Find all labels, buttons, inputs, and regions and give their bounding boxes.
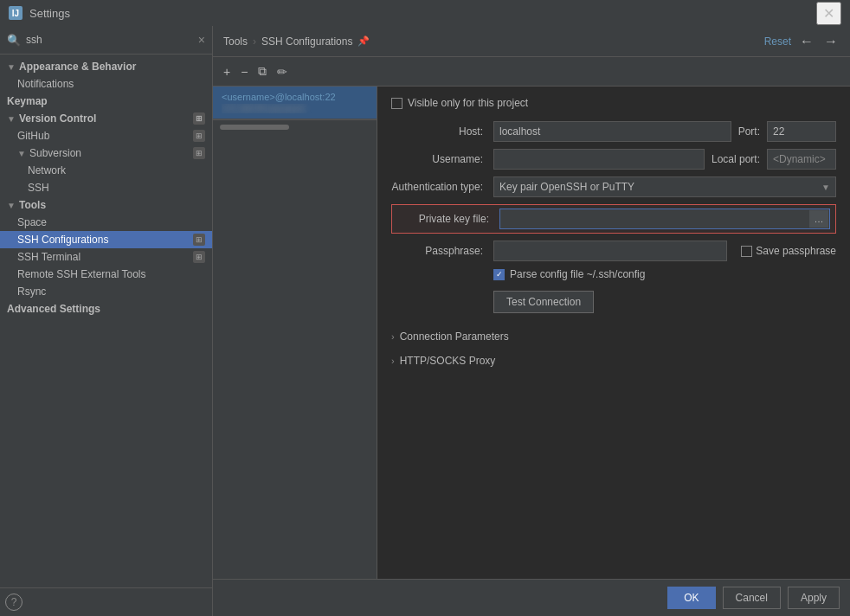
local-port-value: <Dynamic> xyxy=(767,149,836,170)
browse-button[interactable]: … xyxy=(809,210,828,228)
close-button[interactable]: ✕ xyxy=(816,2,841,25)
sidebar-item-ssh-configurations[interactable]: SSH Configurations ⊞ xyxy=(0,231,212,248)
breadcrumb-current: SSH Configurations xyxy=(261,35,352,48)
right-panel: Tools › SSH Configurations 📌 Reset ← → +… xyxy=(213,26,850,616)
sidebar-item-advanced-settings[interactable]: Advanced Settings xyxy=(0,300,212,318)
port-input[interactable] xyxy=(767,121,836,142)
sidebar-item-subversion[interactable]: ▼ Subversion ⊞ xyxy=(0,144,212,162)
search-clear-icon[interactable]: × xyxy=(198,33,205,47)
auth-type-select[interactable]: Key pair OpenSSH or PuTTY ▼ xyxy=(493,176,836,197)
sidebar-item-label: Keymap xyxy=(7,95,205,107)
parse-config-label: Parse config file ~/.ssh/config xyxy=(510,268,645,280)
auth-type-label: Authentication type: xyxy=(391,181,486,193)
title-bar: IJ Settings ✕ xyxy=(0,0,850,26)
copy-button[interactable]: ⧉ xyxy=(254,62,270,80)
sidebar-item-label: Space xyxy=(17,216,205,228)
sidebar-item-keymap[interactable]: Keymap xyxy=(0,93,212,110)
sidebar-item-notifications[interactable]: Notifications xyxy=(0,75,212,93)
sidebar-item-rsync[interactable]: Rsync xyxy=(0,283,212,300)
sidebar-item-label: Network xyxy=(28,164,205,176)
http-proxy-label: HTTP/SOCKS Proxy xyxy=(400,355,496,367)
sidebar-item-ssh-terminal[interactable]: SSH Terminal ⊞ xyxy=(0,248,212,266)
main-content: 🔍 × ▼ Appearance & Behavior Notification… xyxy=(0,26,850,616)
sidebar-item-label: Notifications xyxy=(17,78,205,90)
visible-project-row: Visible only for this project xyxy=(391,97,836,109)
username-input[interactable] xyxy=(493,149,705,170)
title-bar-left: IJ Settings xyxy=(9,6,70,20)
collapse-icon: ▼ xyxy=(17,149,26,158)
private-key-input-wrap: … xyxy=(499,209,830,229)
save-passphrase-checkbox[interactable] xyxy=(741,246,752,257)
sidebar-item-label: Tools xyxy=(19,199,205,211)
toolbar: + − ⧉ ✏ xyxy=(213,57,850,87)
ssh-list: <username>@localhost:22 172.168.99 passw… xyxy=(213,87,377,579)
host-label: Host: xyxy=(391,125,486,138)
auth-type-row: Authentication type: Key pair OpenSSH or… xyxy=(391,176,836,197)
remove-button[interactable]: − xyxy=(237,63,251,80)
header-actions: Reset ← → xyxy=(764,32,840,51)
ssh-list-item[interactable]: <username>@localhost:22 172.168.99 passw… xyxy=(213,87,377,119)
tree-badge: ⊞ xyxy=(193,234,205,246)
sidebar-item-label: Subversion xyxy=(29,147,190,159)
private-key-input[interactable] xyxy=(499,209,830,229)
ssh-entry-name: <username>@localhost:22 xyxy=(222,92,368,102)
sidebar-item-label: SSH xyxy=(28,182,205,194)
host-input[interactable] xyxy=(493,121,731,142)
breadcrumb: Tools › SSH Configurations 📌 xyxy=(223,35,370,48)
passphrase-input[interactable] xyxy=(493,241,727,261)
breadcrumb-parent[interactable]: Tools xyxy=(223,35,248,48)
add-button[interactable]: + xyxy=(220,63,234,80)
apply-button[interactable]: Apply xyxy=(788,587,840,609)
passphrase-label: Passphrase: xyxy=(391,245,486,257)
sidebar-item-label: Advanced Settings xyxy=(7,303,205,315)
private-key-row: Private key file: … xyxy=(391,204,836,234)
test-connection-row: Test Connection xyxy=(391,291,836,313)
back-button[interactable]: ← xyxy=(798,32,815,51)
http-proxy-section[interactable]: › HTTP/SOCKS Proxy xyxy=(391,351,836,370)
sidebar-item-ssh-vc[interactable]: SSH xyxy=(0,179,212,196)
visible-project-checkbox[interactable] xyxy=(391,98,402,109)
pin-icon: 📌 xyxy=(357,35,370,47)
panel-header: Tools › SSH Configurations 📌 Reset ← → xyxy=(213,26,850,57)
search-box: 🔍 × xyxy=(0,26,212,55)
sidebar-item-network[interactable]: Network xyxy=(0,162,212,179)
sidebar-item-label: GitHub xyxy=(17,130,190,142)
passphrase-row: Passphrase: Save passphrase xyxy=(391,241,836,261)
reset-button[interactable]: Reset xyxy=(764,35,791,48)
save-passphrase-label: Save passphrase xyxy=(756,245,836,257)
port-label: Port: xyxy=(738,125,760,138)
ok-button[interactable]: OK xyxy=(667,587,715,609)
tree-badge: ⊞ xyxy=(193,112,205,125)
auth-type-value: Key pair OpenSSH or PuTTY xyxy=(499,181,634,193)
forward-button[interactable]: → xyxy=(822,32,840,51)
search-input[interactable] xyxy=(26,34,198,46)
sidebar-item-version-control[interactable]: ▼ Version Control ⊞ xyxy=(0,110,212,127)
sidebar-item-appearance[interactable]: ▼ Appearance & Behavior xyxy=(0,58,212,75)
username-label: Username: xyxy=(391,153,486,165)
collapse-icon: ▼ xyxy=(7,114,16,124)
ssh-entry-addr: 172.168.99 password xyxy=(222,104,368,113)
sidebar-item-label: Rsync xyxy=(17,286,205,298)
tree-badge: ⊞ xyxy=(193,251,205,263)
sidebar-item-tools[interactable]: ▼ Tools xyxy=(0,196,212,214)
detail-panel: Visible only for this project Host: Port… xyxy=(377,87,850,579)
sidebar-item-remote-ssh[interactable]: Remote SSH External Tools xyxy=(0,266,212,283)
cancel-button[interactable]: Cancel xyxy=(723,587,781,609)
sidebar-tree: ▼ Appearance & Behavior Notifications Ke… xyxy=(0,55,212,587)
edit-button[interactable]: ✏ xyxy=(274,63,291,80)
connection-parameters-section[interactable]: › Connection Parameters xyxy=(391,327,836,346)
help-button[interactable]: ? xyxy=(5,594,23,611)
tree-badge: ⊞ xyxy=(193,130,205,142)
local-port-label: Local port: xyxy=(712,153,760,165)
sidebar-bottom: ? xyxy=(0,587,212,616)
test-connection-button[interactable]: Test Connection xyxy=(493,291,594,313)
sidebar-item-github[interactable]: GitHub ⊞ xyxy=(0,127,212,144)
sidebar-item-space[interactable]: Space xyxy=(0,214,212,231)
tree-badge: ⊞ xyxy=(193,147,205,159)
bottom-bar: OK Cancel Apply xyxy=(213,579,850,616)
search-icon: 🔍 xyxy=(7,34,21,47)
parse-config-checkbox[interactable] xyxy=(493,269,505,280)
chevron-down-icon: ▼ xyxy=(821,183,830,192)
app-icon: IJ xyxy=(9,6,23,20)
chevron-right-icon: › xyxy=(391,356,395,366)
